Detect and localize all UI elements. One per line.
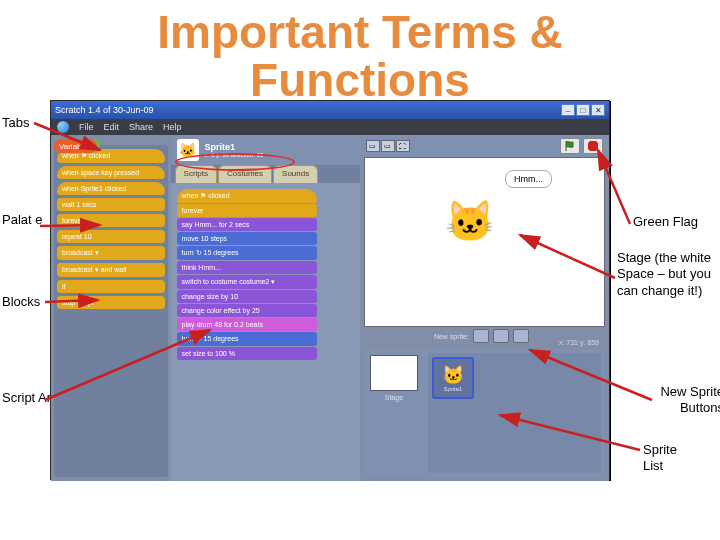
annotation-sprite-list: Sprite List xyxy=(643,442,699,475)
script-block[interactable]: set size to 100 % xyxy=(177,347,317,360)
script-block[interactable]: turn ↺ 15 degrees xyxy=(177,332,317,346)
maximize-button[interactable]: □ xyxy=(576,104,590,116)
script-block[interactable]: say Hmm... for 2 secs xyxy=(177,218,317,231)
stage-thumb-label: Stage xyxy=(370,394,418,401)
new-sprite-import[interactable] xyxy=(493,329,509,343)
script-block[interactable]: when ⚑ clicked xyxy=(177,189,317,203)
palette-block[interactable]: stop script xyxy=(57,296,165,309)
annotation-stage: Stage (the white Space – but you can cha… xyxy=(617,250,719,299)
window-title: Scratch 1.4 of 30-Jun-09 xyxy=(55,105,154,115)
sprite-panel: Stage 🐱 Sprite1 xyxy=(364,349,605,477)
palette-block[interactable]: forever xyxy=(57,214,165,227)
annotation-tabs: Tabs xyxy=(2,115,29,131)
new-sprite-paint[interactable] xyxy=(473,329,489,343)
block-palette: when ⚑ clickedwhen space key pressedwhen… xyxy=(54,145,168,477)
menu-bar: File Edit Share Help xyxy=(51,119,609,135)
palette-block[interactable]: broadcast ▾ and wait xyxy=(57,263,165,277)
script-block[interactable]: change size by 10 xyxy=(177,290,317,303)
script-block[interactable]: move 10 steps xyxy=(177,232,317,245)
script-block[interactable]: turn ↻ 15 degrees xyxy=(177,246,317,260)
stage[interactable]: Hmm... 🐱 xyxy=(364,157,605,327)
palette-block[interactable]: repeat 10 xyxy=(57,230,165,243)
script-block[interactable]: switch to costume costume2 ▾ xyxy=(177,275,317,289)
sprite-list[interactable]: 🐱 Sprite1 xyxy=(428,353,601,473)
stage-toolbar: ▭ ▭ ⛶ xyxy=(360,135,609,157)
palette-block[interactable]: broadcast ▾ xyxy=(57,246,165,260)
stop-button[interactable] xyxy=(583,138,603,154)
slide-title: Important Terms &Functions xyxy=(0,8,720,105)
script-block[interactable]: forever xyxy=(177,204,317,217)
palette-block[interactable]: when space key pressed xyxy=(57,166,165,179)
scripts-area[interactable]: when ⚑ clickedforeversay Hmm... for 2 se… xyxy=(171,183,360,481)
sprite-thumb[interactable]: 🐱 Sprite1 xyxy=(432,357,474,399)
menu-share[interactable]: Share xyxy=(129,122,153,132)
script-block[interactable]: think Hmm... xyxy=(177,261,317,274)
stage-sprite[interactable]: 🐱 xyxy=(445,198,495,245)
menu-edit[interactable]: Edit xyxy=(104,122,120,132)
annotation-green-flag: Green Flag xyxy=(633,214,717,230)
view-small[interactable]: ▭ xyxy=(366,140,380,152)
window-titlebar: Scratch 1.4 of 30-Jun-09 – □ ✕ xyxy=(51,101,609,119)
sprite-name: Sprite1 xyxy=(205,142,264,152)
palette-block[interactable]: wait 1 secs xyxy=(57,198,165,211)
close-button[interactable]: ✕ xyxy=(591,104,605,116)
highlight-ring xyxy=(175,153,295,171)
new-sprite-random[interactable] xyxy=(513,329,529,343)
svg-marker-0 xyxy=(588,141,598,151)
mouse-coords: x: 731 y: 859 xyxy=(559,339,599,346)
menu-help[interactable]: Help xyxy=(163,122,182,132)
annotation-palette: Palat e xyxy=(2,212,42,228)
sprite-mini-icon: 🐱 xyxy=(442,364,464,386)
cat-variables[interactable]: Variables xyxy=(54,139,97,153)
view-full[interactable]: ⛶ xyxy=(396,140,410,152)
menu-file[interactable]: File xyxy=(79,122,94,132)
green-flag-button[interactable] xyxy=(560,138,580,154)
middle-column: 🐱 Sprite1 x: 6 y: 39 direction: 95 Scrip… xyxy=(171,135,360,481)
scratch-window: Scratch 1.4 of 30-Jun-09 – □ ✕ File Edit… xyxy=(50,100,610,480)
palette-block[interactable]: if xyxy=(57,280,165,293)
stage-thumb-area[interactable]: Stage xyxy=(364,349,424,477)
stage-thumbnail[interactable] xyxy=(370,355,418,391)
speech-bubble: Hmm... xyxy=(505,170,552,188)
new-sprite-label: New sprite: xyxy=(434,333,469,340)
minimize-button[interactable]: – xyxy=(561,104,575,116)
annotation-blocks: Blocks xyxy=(2,294,40,310)
script-stack[interactable]: when ⚑ clickedforeversay Hmm... for 2 se… xyxy=(177,189,317,361)
script-block[interactable]: play drum 48 for 0.2 beats xyxy=(177,318,317,331)
palette-block[interactable]: when Sprite1 clicked xyxy=(57,182,165,195)
view-normal[interactable]: ▭ xyxy=(381,140,395,152)
globe-icon[interactable] xyxy=(57,121,69,133)
script-block[interactable]: change color effect by 25 xyxy=(177,304,317,317)
annotation-new-sprite: New Sprite Buttons xyxy=(654,384,720,417)
right-column: ▭ ▭ ⛶ Hmm... 🐱 New sprite: xyxy=(360,135,609,481)
left-column: Motion Control Looks Sensing Sound Opera… xyxy=(51,135,171,481)
